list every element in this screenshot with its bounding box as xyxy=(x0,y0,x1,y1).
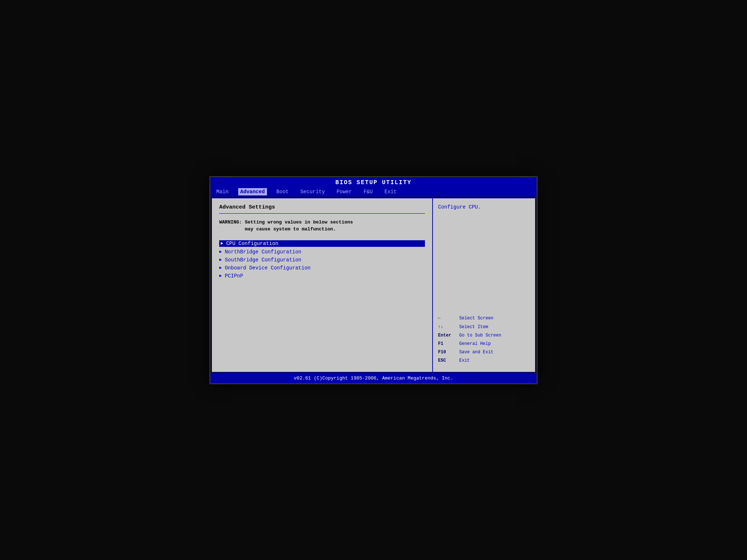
help-text: Configure CPU. xyxy=(438,204,530,210)
arrow-icon: ► xyxy=(221,241,223,246)
menu-item-cpu[interactable]: ► CPU Configuration xyxy=(219,240,425,247)
arrow-icon: ► xyxy=(219,265,222,271)
key-updown: ↑↓ xyxy=(438,324,456,331)
key-guide: ← Select Screen ↑↓ Select Item Enter Go … xyxy=(438,315,530,366)
key-guide-row-select-item: ↑↓ Select Item xyxy=(438,324,530,331)
section-title: Advanced Settings xyxy=(219,204,425,210)
arrow-icon: ► xyxy=(219,249,222,254)
key-f10-desc: Save and Exit xyxy=(459,349,494,356)
footer-text: v02.61 (C)Copyright 1985-2006, American … xyxy=(294,376,453,381)
bios-title: BIOS SETUP UTILITY xyxy=(336,179,412,186)
warning-text: WARNING: Setting wrong values in below s… xyxy=(219,219,425,233)
key-select-screen-desc: Select Screen xyxy=(459,315,494,322)
tab-fnu[interactable]: F&U xyxy=(361,188,375,195)
menu-item-pcipnp[interactable]: ► PCIPnP xyxy=(219,273,425,279)
tab-main[interactable]: Main xyxy=(214,188,231,195)
tab-power[interactable]: Power xyxy=(334,188,354,195)
key-esc-desc: Exit xyxy=(459,357,470,364)
left-panel: Advanced Settings WARNING: Setting wrong… xyxy=(212,198,433,372)
key-f1: F1 xyxy=(438,341,456,347)
bios-screen: BIOS SETUP UTILITY Main Advanced Boot Se… xyxy=(209,176,538,384)
key-guide-row-enter: Enter Go to Sub Screen xyxy=(438,332,530,339)
key-guide-row-f1: F1 General Help xyxy=(438,341,530,347)
right-panel: Configure CPU. ← Select Screen ↑↓ Select… xyxy=(433,198,535,372)
key-enter: Enter xyxy=(438,332,456,339)
arrow-icon: ► xyxy=(219,273,222,279)
key-arrow: ← xyxy=(438,315,456,322)
key-select-item-desc: Select Item xyxy=(459,324,488,331)
arrow-icon: ► xyxy=(219,257,222,262)
menu-item-southbridge[interactable]: ► SouthBridge Configuration xyxy=(219,257,425,263)
menu-item-onboard[interactable]: ► Onboard Device Configuration xyxy=(219,265,425,271)
main-content: Advanced Settings WARNING: Setting wrong… xyxy=(211,198,536,373)
key-f10: F10 xyxy=(438,349,456,356)
key-enter-desc: Go to Sub Screen xyxy=(459,332,501,339)
menu-list: ► CPU Configuration ► NorthBridge Config… xyxy=(219,240,425,279)
key-f1-desc: General Help xyxy=(459,341,491,347)
title-bar: BIOS SETUP UTILITY xyxy=(210,177,537,188)
tab-boot[interactable]: Boot xyxy=(274,188,291,195)
key-guide-row-esc: ESC Exit xyxy=(438,357,530,364)
menu-item-northbridge[interactable]: ► NorthBridge Configuration xyxy=(219,249,425,255)
key-guide-row-select-screen: ← Select Screen xyxy=(438,315,530,322)
key-guide-row-f10: F10 Save and Exit xyxy=(438,349,530,356)
key-esc: ESC xyxy=(438,357,456,364)
divider xyxy=(219,213,425,214)
tab-exit[interactable]: Exit xyxy=(382,188,399,195)
tab-security[interactable]: Security xyxy=(298,188,327,195)
footer: v02.61 (C)Copyright 1985-2006, American … xyxy=(210,373,537,383)
tab-advanced[interactable]: Advanced xyxy=(238,188,267,195)
nav-tabs: Main Advanced Boot Security Power F&U Ex… xyxy=(210,188,537,197)
